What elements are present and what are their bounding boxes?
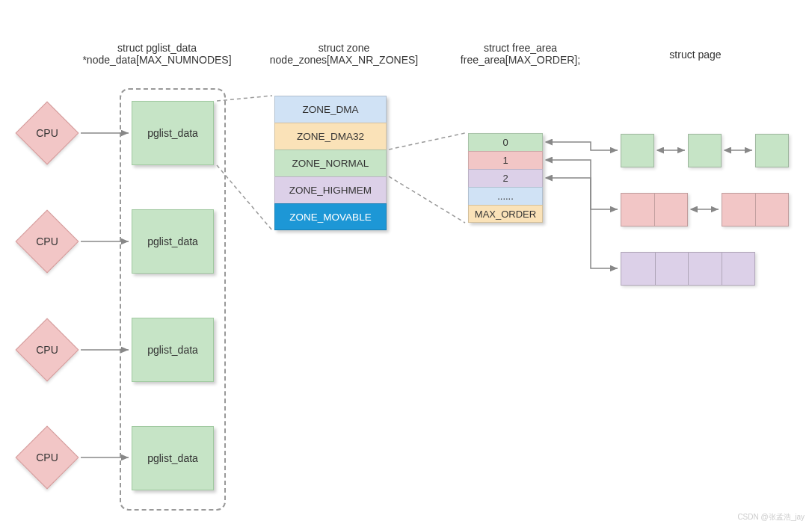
- page-box-green: [688, 134, 722, 167]
- freearea-stack: 0 1 2 ...... MAX_ORDER: [468, 133, 543, 223]
- pglist-box: pglist_data: [132, 101, 214, 165]
- page-box-pink: [621, 193, 688, 226]
- cpu-diamond: CPU: [16, 210, 79, 274]
- header-zone: struct zone node_zones[MAX_NR_ZONES]: [250, 42, 438, 66]
- zone-stack: ZONE_DMA ZONE_DMA32 ZONE_NORMAL ZONE_HIG…: [274, 96, 387, 230]
- header-pglist: struct pglist_data *node_data[MAX_NUMNOD…: [75, 42, 239, 66]
- zone-row: ZONE_DMA: [274, 96, 387, 123]
- watermark: CSDN @张孟浩_jay: [737, 512, 805, 523]
- cpu-diamond: CPU: [16, 426, 79, 490]
- page-box-purple: [621, 252, 755, 286]
- zone-row: ZONE_HIGHMEM: [274, 176, 387, 203]
- zone-row: ZONE_NORMAL: [274, 150, 387, 176]
- svg-line-6: [389, 133, 465, 150]
- pglist-box: pglist_data: [132, 318, 214, 382]
- cpu-diamond: CPU: [16, 102, 79, 165]
- zone-row: ZONE_DMA32: [274, 123, 387, 150]
- header-freearea: struct free_area free_area[MAX_ORDER];: [446, 42, 595, 66]
- fa-row: 0: [468, 133, 543, 151]
- pglist-box: pglist_data: [132, 209, 214, 274]
- fa-row: 1: [468, 151, 543, 169]
- pglist-box: pglist_data: [132, 426, 214, 490]
- fa-row: MAX_ORDER: [468, 205, 543, 223]
- page-box-green: [621, 134, 654, 167]
- zone-row: ZONE_MOVABLE: [274, 203, 387, 230]
- page-box-pink: [722, 193, 789, 226]
- svg-line-7: [389, 176, 465, 223]
- fa-row: ......: [468, 187, 543, 205]
- cpu-diamond: CPU: [16, 318, 79, 382]
- page-box-green: [755, 134, 789, 167]
- header-page: struct page: [621, 49, 770, 61]
- fa-row: 2: [468, 169, 543, 187]
